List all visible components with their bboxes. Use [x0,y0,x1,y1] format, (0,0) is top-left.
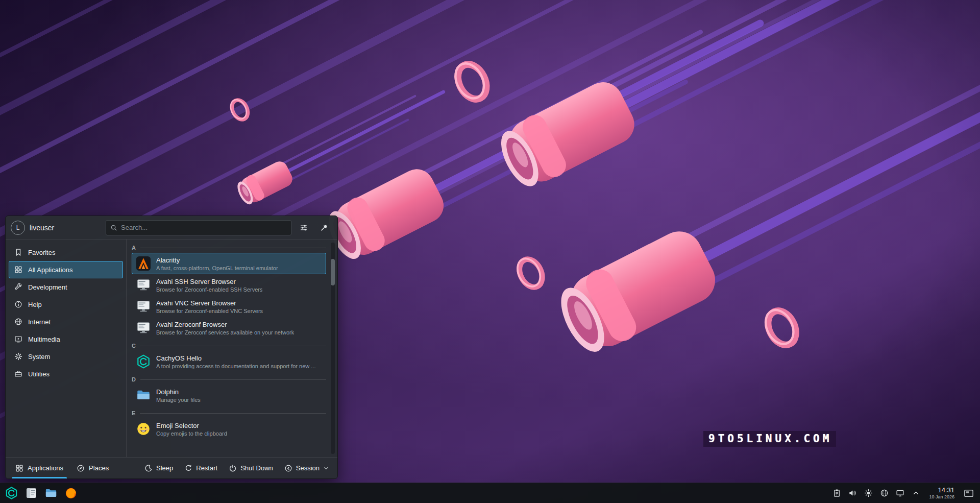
avatar-initial: L [16,224,20,231]
sidebar-item-label: Multimedia [28,336,60,343]
volume-icon [848,489,857,497]
section-header-d: D [132,374,326,385]
app-item-dolphin[interactable]: DolphinManage your files [132,385,326,406]
folder-icon [136,388,151,403]
section-letter: C [132,343,136,349]
compass-icon [77,464,85,472]
multimedia-icon [14,335,22,343]
sidebar-item-label: Development [28,283,67,291]
clock-date: 10 Jan 2026 [929,494,954,499]
app-name: Avahi SSH Server Browser [156,278,262,285]
sidebar-item-label: Utilities [28,370,50,378]
show-desktop-button[interactable] [962,487,975,500]
session-button[interactable]: Session [279,461,334,476]
restart-icon [184,464,192,472]
app-name: Emoji Selector [156,422,227,429]
volume-tray-button[interactable] [846,487,859,500]
pin-icon [320,224,328,232]
grid-icon [15,464,23,472]
sidebar-item-system[interactable]: System [9,348,123,365]
network-tray-button[interactable] [877,487,891,500]
launcher-header: L liveuser [6,216,337,239]
scrollbar-track[interactable] [331,243,335,454]
brightness-icon [864,489,873,497]
globe-icon [14,318,22,326]
section-letter: E [132,410,135,416]
expand-tray-button[interactable] [909,487,922,500]
app-item-alacritty[interactable]: AlacrittyA fast, cross-platform, OpenGL … [132,253,326,274]
section-header-e: E [132,408,326,418]
task-button-firefox[interactable] [62,485,80,502]
sidebar-item-label: Help [28,301,42,308]
session-icon [284,464,292,472]
app-item-avahi-zeroconf[interactable]: Avahi Zeroconf BrowserBrowse for Zerocon… [132,317,326,339]
sidebar-item-multimedia[interactable]: Multimedia [9,330,123,348]
sidebar-item-label: All Applications [28,266,72,274]
action-label: Shut Down [240,464,273,472]
file-manager-icon [44,487,58,500]
display-tray-button[interactable] [893,487,906,500]
app-name: Alacritty [156,256,278,264]
clipboard-tray-button[interactable] [830,487,843,500]
app-item-avahi-ssh[interactable]: Avahi SSH Server BrowserBrowse for Zeroc… [132,274,326,296]
sidebar-item-all-applications[interactable]: All Applications [9,261,123,278]
task-button-editor[interactable] [22,485,40,502]
app-description: A tool providing access to documentation… [156,363,315,369]
pager-icon [964,488,974,498]
footer-tab-label: Places [89,464,109,472]
app-item-emoji-selector[interactable]: Emoji SelectorCopy emojis to the clipboa… [132,418,326,440]
firefox-icon [64,487,78,500]
app-description: Browse for Zeroconf-enabled SSH Servers [156,286,262,293]
pin-button[interactable] [316,220,332,236]
expand-tray-icon [912,489,920,497]
taskbar-panel: 14:31 10 Jan 2026 [0,483,980,503]
sleep-button[interactable]: Sleep [139,461,178,476]
sidebar-item-development[interactable]: Development [9,278,123,296]
app-description: Manage your files [156,397,201,403]
help-icon [14,300,22,308]
sidebar-item-favorites[interactable]: Favorites [9,244,123,261]
task-button-file-manager[interactable] [42,485,60,502]
section-header-a: A [132,243,326,253]
footer-tab-label: Applications [28,464,63,472]
footer-tab-applications[interactable]: Applications [9,458,70,478]
avatar[interactable]: L [11,221,25,235]
footer-tab-places[interactable]: Places [70,458,115,478]
sidebar-item-help[interactable]: Help [9,296,123,313]
app-item-cachyos-hello[interactable]: CachyOS HelloA tool providing access to … [132,351,326,372]
clock[interactable]: 14:31 10 Jan 2026 [929,487,954,499]
remote-desktop-icon [136,299,151,314]
network-icon [880,489,889,497]
app-description: A fast, cross-platform, OpenGL terminal … [156,265,278,271]
sidebar-item-label: Internet [28,318,51,326]
configure-button[interactable] [296,220,312,236]
remote-desktop-icon [136,320,151,336]
app-name: Dolphin [156,388,201,396]
action-label: Session [296,464,320,472]
username: liveuser [30,224,54,232]
bookmark-icon [14,248,22,256]
restart-button[interactable]: Restart [179,461,223,476]
search-field[interactable] [106,220,291,235]
search-icon [110,224,117,231]
user-block: L liveuser [11,221,102,235]
scrollbar-thumb[interactable] [331,259,335,285]
action-label: Restart [196,464,217,472]
wrench-icon [14,283,22,291]
emoji-icon [136,421,151,437]
moon-icon [144,464,153,472]
app-item-avahi-vnc[interactable]: Avahi VNC Server BrowserBrowse for Zeroc… [132,296,326,317]
search-input[interactable] [121,224,287,231]
app-description: Browse for Zeroconf services available o… [156,329,294,336]
app-list: A AlacrittyA fast, cross-platform, OpenG… [127,239,337,457]
shutdown-button[interactable]: Shut Down [224,461,278,476]
cachyos-launcher-icon [5,486,18,500]
sidebar-item-internet[interactable]: Internet [9,313,123,330]
sidebar-item-utilities[interactable]: Utilities [9,365,123,382]
desktop: 9TO5LINUX.COM L liveuser [0,0,980,503]
application-launcher: L liveuser [5,215,338,479]
remote-desktop-icon [136,277,151,293]
launcher-button[interactable] [3,485,20,502]
cachyos-icon [136,354,151,369]
brightness-tray-button[interactable] [862,487,875,500]
